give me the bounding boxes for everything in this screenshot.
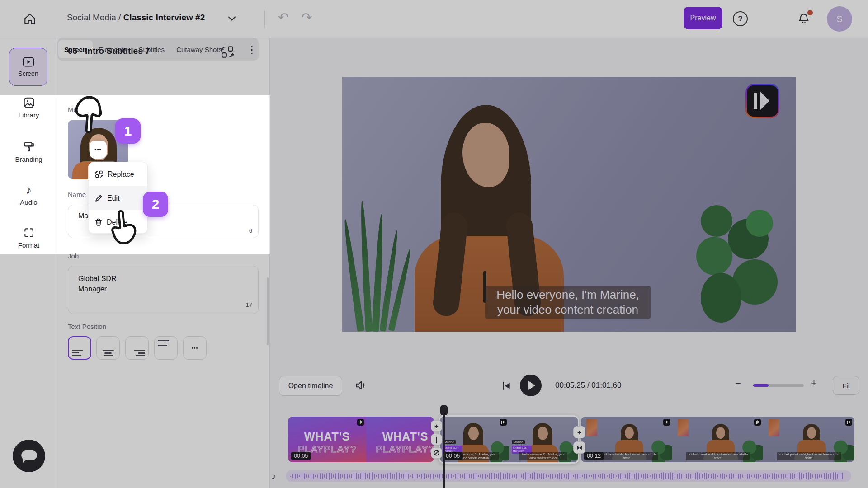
sidebar-item-screen[interactable]: Screen — [9, 48, 47, 86]
sidebar-item-label: Audio — [0, 198, 57, 206]
timeline-clip-desk[interactable]: In a fast paced world, businesses have a… — [581, 417, 854, 462]
video-preview[interactable]: Hello everyone, I'm Marine, your video c… — [342, 77, 796, 332]
sidebar-item-label: Branding — [0, 155, 57, 163]
home-icon[interactable] — [23, 12, 37, 26]
playplay-badge-icon — [845, 419, 852, 426]
text-position-top-left[interactable] — [154, 336, 178, 360]
play-button[interactable] — [520, 375, 542, 396]
name-label: Name — [68, 191, 86, 198]
sidebar-item-library[interactable]: Library — [0, 97, 57, 119]
clip-duration-badge: 00:05 — [443, 452, 463, 460]
sidebar-item-label: Screen — [18, 70, 38, 77]
job-input[interactable]: Global SDR Manager 17 — [68, 266, 259, 314]
plant-left — [347, 196, 419, 332]
text-position-bottom-left[interactable] — [68, 336, 91, 360]
breadcrumb-separator: / — [116, 13, 123, 22]
panel-kebab-menu-icon[interactable]: ⋮ — [246, 44, 257, 55]
screen-icon — [23, 57, 34, 67]
zoom-in-icon[interactable]: + — [811, 377, 817, 389]
plant-right — [692, 201, 796, 332]
timeline-zoom-slider[interactable] — [753, 384, 804, 387]
job-value: Global SDR Manager — [78, 273, 116, 294]
split-clip-button[interactable]: | — [431, 434, 442, 445]
playplay-badge-icon — [754, 419, 761, 426]
job-char-count: 17 — [246, 301, 252, 308]
text-position-bottom-right[interactable] — [125, 336, 149, 360]
sidebar-item-branding[interactable]: Branding — [0, 141, 57, 163]
playplay-logo — [745, 84, 779, 118]
add-screen-button[interactable]: + — [573, 426, 585, 438]
redo-icon[interactable]: ↷ — [302, 10, 312, 25]
replace-icon — [95, 170, 103, 178]
pencil-icon — [95, 194, 103, 202]
subtitle-line: Hello everyone, I'm Marine, — [496, 287, 639, 302]
hide-transition-button[interactable] — [431, 447, 442, 459]
sidebar-item-label: Library — [0, 111, 57, 119]
sidebar-item-label: Format — [0, 241, 57, 249]
text-position-more[interactable]: ••• — [183, 336, 207, 360]
toolbar-divider — [264, 10, 265, 28]
breadcrumb-project[interactable]: Classic Interview #2 — [123, 13, 205, 22]
playplay-badge-icon — [357, 419, 364, 426]
chat-bubble-icon — [21, 450, 37, 460]
audio-waveform[interactable] — [286, 470, 851, 482]
sidebar: Screen Library Branding ♪ Audio Format — [0, 38, 57, 488]
media-options-button[interactable]: ••• — [90, 141, 107, 159]
text-position-label: Text Position — [68, 323, 106, 330]
breadcrumb[interactable]: Social Media / Classic Interview #2 — [67, 13, 205, 23]
panel-title: 05 - Intro Subtitles 7 — [68, 46, 150, 56]
timeline-clip-intro[interactable]: WHAT'SPLAYPLAY? WHAT'SPLAYPLAY? 00:05 — [288, 417, 434, 462]
hand-cursor-click-delete-icon — [105, 206, 139, 249]
subtitle-line: your video content creation — [497, 302, 638, 317]
transition-crossfade-button[interactable] — [573, 441, 585, 454]
tab-cutaway-shots[interactable]: Cutaway Shots — [170, 40, 228, 58]
timecode: 00:05.25 / 01:01.60 — [555, 381, 622, 390]
library-icon — [0, 97, 57, 108]
clip-duration-badge: 00:12 — [584, 452, 604, 460]
playplay-badge-icon — [663, 419, 670, 426]
job-label: Job — [68, 252, 79, 260]
name-char-count: 6 — [249, 227, 252, 234]
chat-launcher[interactable] — [13, 440, 45, 472]
audio-track-icon: ♪ — [271, 471, 276, 481]
volume-icon[interactable] — [355, 380, 368, 391]
menu-item-edit[interactable]: Edit — [89, 186, 147, 210]
open-timeline-button[interactable]: Open timeline — [279, 376, 342, 396]
hand-cursor-click-media-icon — [73, 92, 108, 137]
format-frame-icon — [0, 227, 57, 239]
text-position-options: ••• — [57, 336, 270, 361]
undo-icon[interactable]: ↶ — [278, 10, 288, 25]
app-window: Social Media / Classic Interview #2 ↶ ↷ … — [0, 0, 868, 488]
add-screen-button[interactable]: + — [431, 420, 442, 432]
clip-duration-badge: 00:05 — [291, 452, 311, 460]
trash-icon — [95, 218, 102, 226]
fit-button[interactable]: Fit — [833, 376, 859, 395]
help-icon[interactable]: ? — [733, 11, 748, 26]
chevron-down-icon[interactable] — [228, 16, 236, 21]
menu-item-label: Replace — [108, 170, 134, 178]
menu-item-replace[interactable]: Replace — [89, 162, 147, 186]
sidebar-item-format[interactable]: Format — [0, 227, 57, 249]
menu-item-label: Edit — [107, 194, 120, 202]
playhead[interactable] — [443, 405, 445, 488]
avatar[interactable]: S — [827, 6, 852, 32]
music-note-icon: ♪ — [0, 184, 57, 196]
breadcrumb-folder[interactable]: Social Media — [67, 13, 116, 22]
replace-screen-icon[interactable] — [221, 46, 234, 58]
paint-roller-icon — [0, 141, 57, 153]
top-bar: Social Media / Classic Interview #2 ↶ ↷ … — [0, 0, 868, 38]
notification-dot — [807, 10, 813, 15]
zoom-out-icon[interactable]: − — [735, 378, 741, 389]
skip-to-start-icon[interactable] — [501, 380, 512, 391]
tutorial-step-2-badge: 2 — [143, 192, 168, 217]
preview-button[interactable]: Preview — [684, 7, 722, 29]
sidebar-item-audio[interactable]: ♪ Audio — [0, 184, 57, 206]
playplay-badge-icon — [500, 419, 507, 426]
panel-scrollbar[interactable] — [267, 277, 269, 345]
video-subtitles: Hello everyone, I'm Marine, your video c… — [485, 286, 651, 319]
zoom-slider-fill — [753, 384, 769, 387]
timeline-clip-interview-selected[interactable]: Marine Global SDR Manager Hello everyone… — [439, 415, 579, 464]
tutorial-step-1-badge: 1 — [115, 118, 141, 144]
text-position-bottom-center[interactable] — [96, 336, 120, 360]
